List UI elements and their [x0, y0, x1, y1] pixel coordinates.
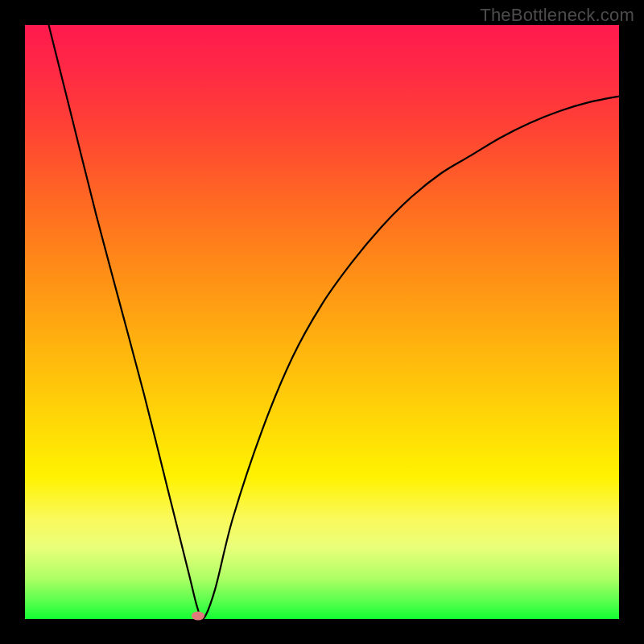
chart-frame: TheBottleneck.com: [0, 0, 644, 644]
bottleneck-curve: [25, 25, 619, 619]
watermark-text: TheBottleneck.com: [480, 5, 634, 26]
minimum-marker: [192, 611, 204, 620]
curve-path: [49, 25, 619, 620]
plot-area: [25, 25, 619, 619]
